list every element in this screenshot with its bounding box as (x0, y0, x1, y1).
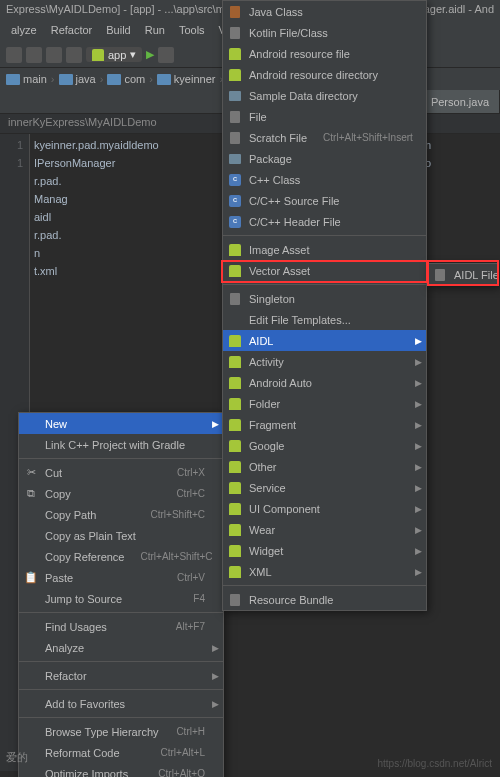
file-icon (227, 25, 243, 41)
menu-label: AIDL (249, 335, 408, 347)
debug-icon[interactable] (158, 47, 174, 63)
menu-label: Java Class (249, 6, 408, 18)
back-icon[interactable] (6, 47, 22, 63)
menu-item-paste[interactable]: 📋PasteCtrl+V (19, 567, 223, 588)
blank-icon (23, 507, 39, 523)
submenu-arrow-icon: ▶ (415, 378, 422, 388)
file-icon (432, 267, 448, 283)
menu-item-activity[interactable]: Activity▶ (223, 351, 426, 372)
menu-label: Fragment (249, 419, 408, 431)
aidl-submenu: AIDL File (427, 263, 499, 286)
menu-label: AIDL File (454, 269, 499, 281)
menu-item-copy-path[interactable]: Copy PathCtrl+Shift+C (19, 504, 223, 525)
menu-item-wear[interactable]: Wear▶ (223, 519, 426, 540)
menu-item-folder[interactable]: Folder▶ (223, 393, 426, 414)
watermark: https://blog.csdn.net/Alrict (377, 758, 492, 769)
menu-build[interactable]: Build (99, 22, 137, 42)
menu-item-fragment[interactable]: Fragment▶ (223, 414, 426, 435)
save-icon[interactable] (46, 47, 62, 63)
menu-item-c-c-header-file[interactable]: cC/C++ Header File (223, 211, 426, 232)
menu-item-browse-type-hierarchy[interactable]: Browse Type HierarchyCtrl+H (19, 721, 223, 742)
menu-item-edit-file-templates-[interactable]: Edit File Templates... (223, 309, 426, 330)
copy-icon: ⧉ (23, 486, 39, 502)
submenu-arrow-icon: ▶ (212, 419, 219, 429)
menu-item-android-auto[interactable]: Android Auto▶ (223, 372, 426, 393)
menu-item-package[interactable]: Package (223, 148, 426, 169)
menu-item-new[interactable]: New▶ (19, 413, 223, 434)
menu-item-android-resource-directory[interactable]: Android resource directory (223, 64, 426, 85)
menu-item-widget[interactable]: Widget▶ (223, 540, 426, 561)
android-icon (227, 333, 243, 349)
menu-label: Optimize Imports (45, 768, 142, 778)
menu-item-copy-reference[interactable]: Copy ReferenceCtrl+Alt+Shift+C (19, 546, 223, 567)
menu-item-reformat-code[interactable]: Reformat CodeCtrl+Alt+L (19, 742, 223, 763)
menu-item-refactor[interactable]: Refactor▶ (19, 665, 223, 686)
menu-tools[interactable]: Tools (172, 22, 212, 42)
android-icon (227, 354, 243, 370)
menu-label: Reformat Code (45, 747, 145, 759)
submenu-arrow-icon: ▶ (415, 504, 422, 514)
menu-run[interactable]: Run (138, 22, 172, 42)
menu-item-singleton[interactable]: Singleton (223, 288, 426, 309)
menu-item-kotlin-file-class[interactable]: Kotlin File/Class (223, 22, 426, 43)
forward-icon[interactable] (26, 47, 42, 63)
menu-alyze[interactable]: alyze (4, 22, 44, 42)
submenu-arrow-icon: ▶ (415, 420, 422, 430)
menu-item-resource-bundle[interactable]: Resource Bundle (223, 589, 426, 610)
menu-item-scratch-file[interactable]: Scratch FileCtrl+Alt+Shift+Insert (223, 127, 426, 148)
sync-icon[interactable] (66, 47, 82, 63)
menu-item-aidl[interactable]: AIDL▶ (223, 330, 426, 351)
aidl-file-item[interactable]: AIDL File (428, 264, 498, 285)
menu-item-copy-as-plain-text[interactable]: Copy as Plain Text (19, 525, 223, 546)
menu-label: Copy (45, 488, 160, 500)
submenu-arrow-icon: ▶ (415, 483, 422, 493)
menu-refactor[interactable]: Refactor (44, 22, 100, 42)
blank-icon (23, 640, 39, 656)
crumb-kyeinner[interactable]: kyeinner (157, 73, 216, 85)
menu-label: Jump to Source (45, 593, 177, 605)
android-icon (227, 480, 243, 496)
menu-item-analyze[interactable]: Analyze▶ (19, 637, 223, 658)
menu-item-vector-asset[interactable]: Vector Asset (223, 260, 426, 281)
menu-item-service[interactable]: Service▶ (223, 477, 426, 498)
menu-item-image-asset[interactable]: Image Asset (223, 239, 426, 260)
menu-item-c-c-source-file[interactable]: cC/C++ Source File (223, 190, 426, 211)
submenu-arrow-icon: ▶ (212, 671, 219, 681)
file-icon (227, 130, 243, 146)
submenu-arrow-icon: ▶ (415, 567, 422, 577)
run-config-label: app (108, 49, 126, 61)
menu-item-cut[interactable]: ✂CutCtrl+X (19, 462, 223, 483)
submenu-arrow-icon: ▶ (415, 525, 422, 535)
menu-item-copy[interactable]: ⧉CopyCtrl+C (19, 483, 223, 504)
crumb-java[interactable]: java (59, 73, 96, 85)
menu-item-java-class[interactable]: Java Class (223, 1, 426, 22)
cpp-icon: c (227, 193, 243, 209)
menu-item-android-resource-file[interactable]: Android resource file (223, 43, 426, 64)
menu-item-find-usages[interactable]: Find UsagesAlt+F7 (19, 616, 223, 637)
menu-item-link-c-project-with-gradle[interactable]: Link C++ Project with Gradle (19, 434, 223, 455)
blank-icon (23, 549, 39, 565)
menu-item-sample-data-directory[interactable]: Sample Data directory (223, 85, 426, 106)
menu-item-other[interactable]: Other▶ (223, 456, 426, 477)
menu-item-xml[interactable]: XML▶ (223, 561, 426, 582)
submenu-arrow-icon: ▶ (415, 399, 422, 409)
menu-item-google[interactable]: Google▶ (223, 435, 426, 456)
menu-label: Folder (249, 398, 408, 410)
menu-item-jump-to-source[interactable]: Jump to SourceF4 (19, 588, 223, 609)
crumb-main[interactable]: main (6, 73, 47, 85)
menu-item-ui-component[interactable]: UI Component▶ (223, 498, 426, 519)
android-icon (227, 522, 243, 538)
menu-item-c-class[interactable]: cC++ Class (223, 169, 426, 190)
new-submenu: Java ClassKotlin File/ClassAndroid resou… (222, 0, 427, 611)
menu-label: Sample Data directory (249, 90, 408, 102)
run-config-selector[interactable]: app ▾ (86, 47, 142, 62)
menu-label: Refactor (45, 670, 205, 682)
folder-icon (59, 74, 73, 85)
crumb-com[interactable]: com (107, 73, 145, 85)
menu-item-file[interactable]: File (223, 106, 426, 127)
run-icon[interactable]: ▶ (146, 48, 154, 61)
menu-item-add-to-favorites[interactable]: Add to Favorites▶ (19, 693, 223, 714)
chevron-down-icon: ▾ (130, 48, 136, 61)
menu-label: Kotlin File/Class (249, 27, 408, 39)
menu-item-optimize-imports[interactable]: Optimize ImportsCtrl+Alt+O (19, 763, 223, 777)
